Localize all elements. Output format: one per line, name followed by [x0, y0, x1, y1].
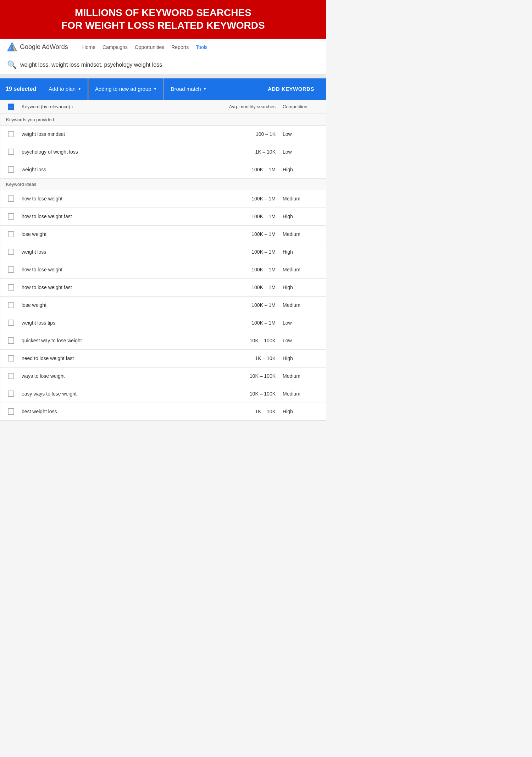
- row-monthly-searches: 1K – 10K: [209, 409, 280, 414]
- row-keyword-text: ways to lose weight: [22, 370, 209, 382]
- nav-home[interactable]: Home: [82, 44, 95, 50]
- row-checkbox[interactable]: [0, 149, 22, 155]
- table-row: need to lose weight fast 1K – 10K High: [0, 350, 326, 368]
- row-keyword-text: weight loss: [22, 164, 209, 175]
- row-monthly-searches: 100 – 1K: [209, 131, 280, 137]
- row-competition: High: [280, 409, 326, 414]
- add-keywords-button[interactable]: ADD KEYWORDS: [261, 86, 321, 92]
- row-checkbox[interactable]: [0, 391, 22, 397]
- row-checkbox-box[interactable]: [8, 195, 14, 202]
- nav-campaigns[interactable]: Campaigns: [102, 44, 128, 50]
- table-row: how to lose weight fast 100K – 1M High: [0, 208, 326, 226]
- row-checkbox[interactable]: [0, 355, 22, 361]
- nav-tools[interactable]: Tools: [196, 44, 207, 50]
- table-row: lose weight 100K – 1M Medium: [0, 297, 326, 314]
- search-bar: 🔍: [0, 56, 326, 74]
- row-monthly-searches: 100K – 1M: [209, 196, 280, 201]
- row-checkbox[interactable]: [0, 284, 22, 291]
- row-checkbox[interactable]: [0, 266, 22, 273]
- row-monthly-searches: 100K – 1M: [209, 320, 280, 326]
- adding-to-group-button[interactable]: Adding to new ad group ▼: [88, 78, 164, 100]
- col-keyword-header: Keyword (by relevance) ↓: [22, 104, 209, 109]
- row-checkbox[interactable]: [0, 166, 22, 173]
- row-checkbox[interactable]: [0, 213, 22, 220]
- row-checkbox-box[interactable]: [8, 149, 14, 155]
- nav-bar: Google AdWords Home Campaigns Opportunit…: [0, 39, 326, 56]
- row-keyword-text: how to lose weight: [22, 264, 209, 275]
- row-competition: Low: [280, 338, 326, 343]
- row-checkbox-box[interactable]: [8, 408, 14, 415]
- idea-keywords-list: how to lose weight 100K – 1M Medium how …: [0, 190, 326, 421]
- row-checkbox-box[interactable]: [8, 320, 14, 326]
- row-monthly-searches: 100K – 1M: [209, 214, 280, 219]
- table-row: weight loss 100K – 1M High: [0, 161, 326, 179]
- row-competition: Medium: [280, 231, 326, 237]
- table-row: how to lose weight fast 100K – 1M High: [0, 279, 326, 297]
- row-checkbox-box[interactable]: [8, 337, 14, 344]
- add-to-plan-button[interactable]: Add to plan ▼: [42, 78, 88, 100]
- row-competition: High: [280, 355, 326, 361]
- row-checkbox[interactable]: [0, 231, 22, 237]
- row-checkbox-box[interactable]: [8, 302, 14, 308]
- google-adwords-logo-icon: [7, 42, 17, 52]
- row-monthly-searches: 100K – 1M: [209, 267, 280, 272]
- row-keyword-text: weight loss mindset: [22, 128, 209, 140]
- row-checkbox-box[interactable]: [8, 284, 14, 291]
- row-checkbox-box[interactable]: [8, 231, 14, 237]
- row-checkbox[interactable]: [0, 302, 22, 308]
- row-keyword-text: best weight loss: [22, 406, 209, 417]
- row-monthly-searches: 1K – 10K: [209, 355, 280, 361]
- table-row: lose weight 100K – 1M Medium: [0, 226, 326, 243]
- nav-reports[interactable]: Reports: [171, 44, 189, 50]
- row-monthly-searches: 100K – 1M: [209, 284, 280, 290]
- row-keyword-text: lose weight: [22, 228, 209, 240]
- hero-line1: MILLIONS OF KEYWORD SEARCHES: [7, 6, 319, 19]
- broad-match-chevron-icon: ▼: [203, 87, 207, 91]
- row-checkbox-box[interactable]: [8, 166, 14, 173]
- row-competition: Medium: [280, 196, 326, 201]
- row-keyword-text: weight loss: [22, 246, 209, 258]
- nav-opportunities[interactable]: Opportunities: [135, 44, 164, 50]
- header-checkbox[interactable]: [0, 104, 22, 110]
- row-checkbox-box[interactable]: [8, 131, 14, 137]
- logo-text: Google AdWords: [20, 43, 68, 51]
- search-icon: 🔍: [7, 60, 17, 70]
- row-monthly-searches: 100K – 1M: [209, 249, 280, 255]
- row-competition: High: [280, 249, 326, 255]
- row-checkbox-box[interactable]: [8, 391, 14, 397]
- row-checkbox[interactable]: [0, 249, 22, 255]
- row-checkbox[interactable]: [0, 337, 22, 344]
- logo-area: Google AdWords: [7, 42, 68, 52]
- row-checkbox[interactable]: [0, 320, 22, 326]
- row-checkbox-box[interactable]: [8, 266, 14, 273]
- col-monthly-header: Avg. monthly searches: [209, 104, 280, 109]
- row-competition: Medium: [280, 267, 326, 272]
- row-competition: Low: [280, 149, 326, 155]
- row-monthly-searches: 10K – 100K: [209, 391, 280, 397]
- row-checkbox[interactable]: [0, 373, 22, 379]
- row-checkbox-box[interactable]: [8, 355, 14, 361]
- row-checkbox[interactable]: [0, 195, 22, 202]
- row-competition: Medium: [280, 373, 326, 379]
- row-keyword-text: how to lose weight fast: [22, 282, 209, 293]
- select-all-checkbox[interactable]: [8, 104, 14, 110]
- row-keyword-text: how to lose weight: [22, 193, 209, 204]
- row-monthly-searches: 1K – 10K: [209, 149, 280, 155]
- row-checkbox-box[interactable]: [8, 373, 14, 379]
- row-monthly-searches: 10K – 100K: [209, 373, 280, 379]
- row-competition: High: [280, 167, 326, 172]
- broad-match-button[interactable]: Broad match ▼: [164, 78, 213, 100]
- row-checkbox[interactable]: [0, 408, 22, 415]
- row-checkbox-box[interactable]: [8, 249, 14, 255]
- row-competition: Low: [280, 131, 326, 137]
- row-checkbox[interactable]: [0, 131, 22, 137]
- row-keyword-text: psychology of weight loss: [22, 146, 209, 158]
- section-ideas-header: Keyword ideas: [0, 179, 326, 190]
- table-row: psychology of weight loss 1K – 10K Low: [0, 143, 326, 161]
- row-checkbox-box[interactable]: [8, 213, 14, 220]
- search-input[interactable]: [20, 62, 319, 68]
- table-row: weight loss mindset 100 – 1K Low: [0, 126, 326, 143]
- row-competition: Low: [280, 320, 326, 326]
- sort-icon[interactable]: ↓: [72, 104, 74, 109]
- hero-line2: FOR WEIGHT LOSS RELATED KEYWORDS: [7, 19, 319, 32]
